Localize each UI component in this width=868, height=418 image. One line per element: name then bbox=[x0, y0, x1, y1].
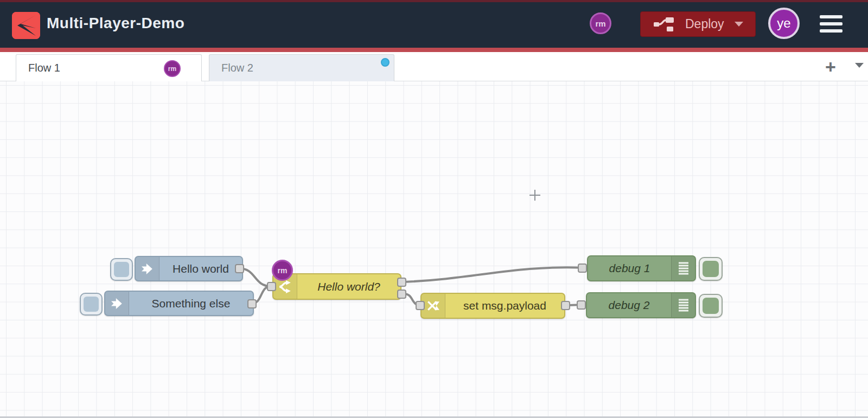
add-flow-button[interactable]: + bbox=[820, 56, 841, 77]
node-label: set msg.payload bbox=[445, 299, 564, 312]
header-accent-divider bbox=[0, 48, 868, 52]
deploy-icon bbox=[654, 16, 675, 33]
user-avatar[interactable]: ye bbox=[768, 8, 800, 39]
port-in-debug2[interactable] bbox=[577, 300, 586, 310]
port-in-change[interactable] bbox=[416, 301, 425, 310]
debug-icon bbox=[671, 293, 695, 317]
debug-icon bbox=[671, 256, 695, 280]
inject-arrow-icon bbox=[105, 292, 129, 315]
node-label: Something else bbox=[129, 297, 253, 310]
port-out-inject2[interactable] bbox=[247, 299, 257, 308]
deploy-options-caret-icon[interactable] bbox=[735, 22, 743, 27]
app-logo-icon[interactable] bbox=[12, 12, 40, 39]
tab-flow-2-label: Flow 2 bbox=[221, 62, 253, 74]
tab-flow-1-label: Flow 1 bbox=[28, 62, 60, 74]
tab-flow-2-activity-dot bbox=[381, 58, 390, 67]
deploy-button[interactable]: Deploy bbox=[640, 11, 756, 37]
wire-switch-to-debug1 bbox=[404, 267, 585, 282]
change-icon bbox=[422, 294, 445, 318]
inject-button-hello-world[interactable] bbox=[110, 258, 133, 281]
node-label: debug 2 bbox=[587, 299, 671, 312]
app-header: Multi-Player-Demo rm Deploy ye bbox=[0, 0, 868, 48]
port-out1-switch[interactable] bbox=[397, 278, 406, 287]
port-out2-switch[interactable] bbox=[397, 290, 406, 299]
flow-canvas[interactable]: Hello world Something else Hello world? … bbox=[0, 81, 868, 418]
node-debug-1[interactable]: debug 1 bbox=[587, 255, 696, 281]
port-in-debug1[interactable] bbox=[578, 263, 587, 273]
tab-flow-1-presence-badge: rm bbox=[164, 60, 181, 77]
node-inject-something-else[interactable]: Something else bbox=[104, 291, 254, 316]
crosshair-cursor-icon bbox=[529, 190, 540, 201]
port-out-change[interactable] bbox=[561, 301, 570, 310]
node-label: debug 1 bbox=[588, 262, 671, 275]
inject-button-something-else[interactable] bbox=[80, 293, 103, 316]
node-change-set-msg-payload[interactable]: set msg.payload bbox=[420, 293, 565, 319]
node-switch-hello-world[interactable]: Hello world? bbox=[272, 273, 401, 300]
node-label: Hello world? bbox=[297, 280, 400, 293]
wires-layer bbox=[0, 81, 868, 418]
deploy-button-label: Deploy bbox=[685, 17, 724, 31]
window-top-edge bbox=[0, 0, 868, 2]
node-label: Hello world bbox=[159, 262, 242, 275]
node-debug-2[interactable]: debug 2 bbox=[586, 292, 696, 318]
tab-flow-1[interactable]: Flow 1 rm bbox=[16, 54, 202, 81]
port-out-inject1[interactable] bbox=[235, 264, 244, 273]
debug-2-toggle-button[interactable] bbox=[699, 294, 723, 318]
presence-avatar-initials: rm bbox=[595, 19, 605, 28]
tab-flow-2[interactable]: Flow 2 bbox=[209, 54, 394, 81]
debug-1-toggle-button[interactable] bbox=[699, 257, 723, 281]
flow-list-caret-icon[interactable] bbox=[855, 63, 864, 68]
user-avatar-initials: ye bbox=[777, 16, 790, 31]
presence-avatar-rm[interactable]: rm bbox=[590, 12, 611, 34]
workspace-tabbar: Flow 1 rm Flow 2 + bbox=[0, 52, 868, 81]
main-menu-icon[interactable] bbox=[820, 15, 843, 33]
page-title: Multi-Player-Demo bbox=[47, 15, 184, 32]
node-inject-hello-world[interactable]: Hello world bbox=[135, 256, 243, 281]
port-in-switch[interactable] bbox=[267, 282, 276, 291]
inject-arrow-icon bbox=[136, 257, 159, 280]
node-presence-badge-rm: rm bbox=[272, 260, 293, 281]
